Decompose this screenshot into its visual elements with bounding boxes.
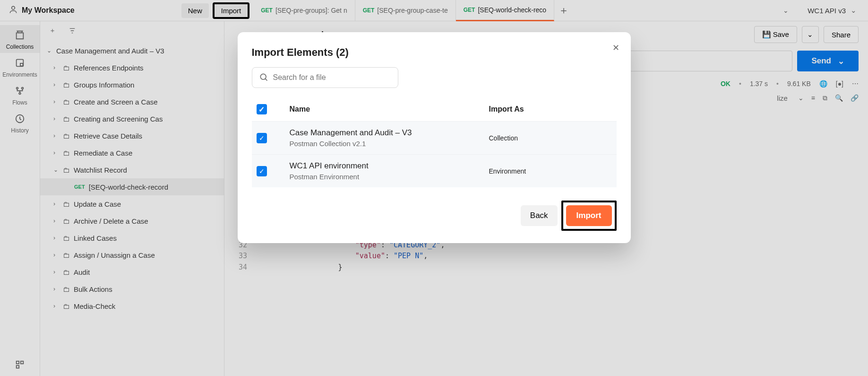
- workspace-selector[interactable]: My Workspace: [4, 3, 79, 18]
- checkbox[interactable]: ✓: [257, 166, 267, 176]
- close-icon[interactable]: ✕: [612, 43, 619, 53]
- chevron-right-icon: ›: [53, 218, 59, 224]
- folder-name: Update a Case: [74, 200, 121, 208]
- folder-row[interactable]: ›🗀Retrieve Case Details: [40, 127, 224, 144]
- link-icon[interactable]: 🔗: [851, 94, 859, 102]
- back-button[interactable]: Back: [521, 205, 558, 226]
- collection-root[interactable]: ⌄ Case Management and Audit – V3: [40, 42, 224, 59]
- save-dropdown[interactable]: ⌄: [802, 26, 819, 43]
- checkbox[interactable]: ✓: [257, 133, 267, 143]
- chevron-down-icon[interactable]: ⌄: [798, 94, 804, 102]
- folder-name: Retrieve Case Details: [74, 132, 142, 140]
- select-all-checkbox[interactable]: ✓: [257, 104, 267, 114]
- http-method-label: GET: [74, 184, 85, 190]
- rail-collections[interactable]: Collections: [0, 25, 40, 53]
- import-as-value: Environment: [489, 167, 612, 175]
- folder-row[interactable]: ›🗀Archive / Delete a Case: [40, 212, 224, 229]
- rail-flows[interactable]: Flows: [0, 81, 40, 109]
- rail-history[interactable]: History: [0, 109, 40, 137]
- flows-icon: [0, 86, 40, 97]
- copy-icon[interactable]: ⧉: [823, 94, 827, 102]
- chevron-right-icon: ›: [53, 286, 59, 292]
- collections-icon: [0, 30, 40, 42]
- save-button[interactable]: 💾 Save: [754, 26, 797, 43]
- chevron-right-icon: ›: [53, 64, 59, 71]
- folder-row[interactable]: ›🗀Update a Case: [40, 195, 224, 212]
- svg-rect-7: [17, 361, 19, 364]
- folder-icon: 🗀: [63, 81, 70, 89]
- search-icon: [259, 72, 268, 83]
- search-input-container[interactable]: [252, 67, 398, 88]
- svg-point-0: [12, 6, 15, 9]
- environment-name: WC1 API v3: [808, 7, 846, 15]
- http-method-label: GET: [363, 7, 375, 14]
- col-name: Name: [290, 105, 489, 114]
- folder-row[interactable]: ›🗀Bulk Actions: [40, 280, 224, 297]
- history-icon: [0, 114, 40, 125]
- http-method-label: GET: [261, 7, 273, 14]
- rail-environments[interactable]: Environments: [0, 53, 40, 81]
- visualize-tab[interactable]: lize: [777, 94, 791, 102]
- share-button[interactable]: Share: [824, 26, 859, 43]
- import-element-row[interactable]: ✓ Case Management and Audit – V3 Postman…: [252, 121, 617, 154]
- folder-watchlist[interactable]: ⌄ 🗀 Watchlist Record: [40, 161, 224, 178]
- import-button[interactable]: Import: [213, 2, 250, 19]
- tab-1[interactable]: GET [SEQ-pre-group-case-te: [355, 0, 456, 21]
- chevron-down-icon: ⌄: [851, 6, 857, 15]
- import-confirm-button[interactable]: Import: [566, 205, 612, 226]
- svg-point-10: [260, 74, 266, 79]
- chevron-down-icon: ⌄: [783, 7, 789, 14]
- search-icon[interactable]: 🔍: [835, 94, 843, 102]
- environments-icon: [0, 58, 40, 70]
- folder-row[interactable]: ›🗀Groups Information: [40, 76, 224, 93]
- tab-0[interactable]: GET [SEQ-pre-groups]: Get n: [253, 0, 355, 21]
- folder-name: Watchlist Record: [74, 166, 127, 174]
- folder-icon: 🗀: [63, 285, 70, 293]
- new-button[interactable]: New: [181, 3, 209, 18]
- folder-row[interactable]: ›🗀Linked Cases: [40, 229, 224, 246]
- chevron-right-icon: ›: [53, 132, 59, 139]
- status-code: OK: [721, 80, 730, 87]
- environment-selector[interactable]: WC1 API v3 ⌄: [800, 6, 864, 15]
- folder-row[interactable]: ›🗀References Endpoints: [40, 59, 224, 76]
- tabs-overflow[interactable]: ⌄: [771, 0, 796, 21]
- search-input[interactable]: [273, 73, 391, 82]
- filter-button[interactable]: [65, 23, 80, 38]
- folder-row[interactable]: ›🗀Remediate a Case: [40, 144, 224, 161]
- chevron-right-icon: ›: [53, 98, 59, 105]
- rail-label: Collections: [6, 44, 34, 50]
- workspace-name: My Workspace: [22, 6, 75, 15]
- rail-label: Flows: [12, 99, 27, 106]
- folder-row[interactable]: ›🗀Media-Check: [40, 297, 224, 315]
- save-label: Save: [773, 30, 789, 38]
- folder-name: Media-Check: [74, 302, 115, 310]
- rail-label: Environments: [2, 71, 37, 78]
- variable-icon[interactable]: [●]: [836, 80, 843, 87]
- svg-rect-9: [17, 366, 19, 368]
- globe-icon[interactable]: 🌐: [819, 80, 827, 87]
- more-icon[interactable]: ⋯: [852, 80, 859, 87]
- request-item[interactable]: GET [SEQ-world-check-record: [40, 178, 224, 195]
- folder-row[interactable]: ›🗀Audit: [40, 263, 224, 280]
- element-subtype: Postman Collection v2.1: [290, 140, 489, 148]
- import-element-row[interactable]: ✓ WC1 API environment Postman Environmen…: [252, 154, 617, 187]
- sidebar: ＋ ⌄ Case Management and Audit – V3 ›🗀Ref…: [40, 21, 224, 376]
- add-tab-button[interactable]: ＋: [554, 0, 573, 21]
- add-button[interactable]: ＋: [45, 23, 60, 38]
- tab-2[interactable]: GET [SEQ-world-check-reco: [456, 0, 554, 21]
- folder-row[interactable]: ›🗀Creating and Screening Cas: [40, 110, 224, 127]
- folder-icon: 🗀: [63, 98, 70, 106]
- folder-row[interactable]: ›🗀Assign / Unassign a Case: [40, 246, 224, 263]
- element-name: WC1 API environment: [290, 161, 489, 171]
- left-rail: Collections Environments Flows History: [0, 21, 40, 376]
- folder-name: Audit: [74, 268, 90, 276]
- folder-name: References Endpoints: [74, 64, 144, 72]
- chevron-right-icon: ›: [53, 252, 59, 258]
- folder-name: Create and Screen a Case: [74, 98, 158, 106]
- folder-name: Assign / Unassign a Case: [74, 251, 155, 259]
- collection-name: Case Management and Audit – V3: [56, 47, 164, 55]
- send-button[interactable]: Send ⌄: [797, 51, 859, 71]
- rail-grid[interactable]: [0, 355, 40, 376]
- wrap-icon[interactable]: ≡: [811, 94, 815, 102]
- folder-row[interactable]: ›🗀Create and Screen a Case: [40, 93, 224, 110]
